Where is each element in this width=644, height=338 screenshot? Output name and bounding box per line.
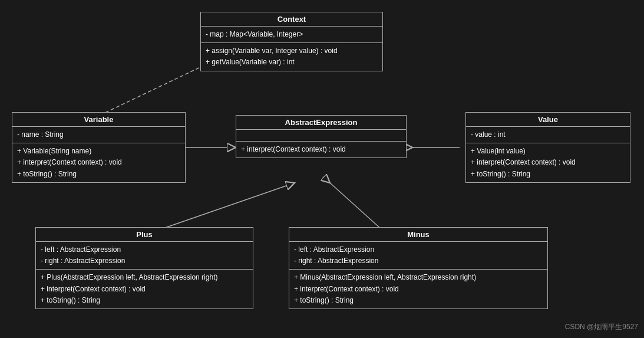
abstract-expression-empty xyxy=(236,130,406,142)
minus-fields: - left : AbstractExpression - right : Ab… xyxy=(289,242,547,270)
value-field-1: - value : int xyxy=(471,129,625,140)
value-method-3: + toString() : String xyxy=(471,169,625,180)
plus-methods: + Plus(AbstractExpression left, Abstract… xyxy=(36,270,253,309)
plus-header: Plus xyxy=(36,228,253,242)
abstract-expression-box: AbstractExpression + interpret(Context c… xyxy=(236,115,407,158)
context-method-2: + getValue(Variable var) : int xyxy=(206,57,378,68)
watermark: CSDN @烟雨平生9527 xyxy=(565,322,638,332)
variable-header: Variable xyxy=(12,113,185,127)
value-header: Value xyxy=(466,113,630,127)
plus-method-2: + interpret(Context context) : void xyxy=(41,284,248,295)
plus-method-1: + Plus(AbstractExpression left, Abstract… xyxy=(41,272,248,283)
diagram-container: Context - map : Map<Variable, Integer> +… xyxy=(0,0,644,338)
context-field-1: - map : Map<Variable, Integer> xyxy=(206,29,378,40)
minus-method-3: + toString() : String xyxy=(294,295,543,306)
abstract-expression-header: AbstractExpression xyxy=(236,116,406,130)
variable-method-2: + interpret(Context context) : void xyxy=(17,157,180,168)
minus-box: Minus - left : AbstractExpression - righ… xyxy=(289,227,548,309)
minus-method-1: + Minus(AbstractExpression left, Abstrac… xyxy=(294,272,543,283)
context-header: Context xyxy=(201,12,382,27)
variable-methods: + Variable(String name) + interpret(Cont… xyxy=(12,143,185,182)
value-method-2: + interpret(Context context) : void xyxy=(471,157,625,168)
context-box: Context - map : Map<Variable, Integer> +… xyxy=(200,12,383,71)
context-fields: - map : Map<Variable, Integer> xyxy=(201,27,382,43)
plus-field-1: - left : AbstractExpression xyxy=(41,244,248,255)
abstract-expression-method-1: + interpret(Context context) : void xyxy=(241,144,401,155)
minus-header: Minus xyxy=(289,228,547,242)
context-method-1: + assign(Variable var, Integer value) : … xyxy=(206,45,378,57)
minus-field-2: - right : AbstractExpression xyxy=(294,255,543,267)
value-methods: + Value(int value) + interpret(Context c… xyxy=(466,143,630,182)
variable-method-1: + Variable(String name) xyxy=(17,146,180,157)
variable-fields: - name : String xyxy=(12,127,185,143)
variable-box: Variable - name : String + Variable(Stri… xyxy=(12,112,186,183)
plus-field-2: - right : AbstractExpression xyxy=(41,255,248,267)
minus-method-2: + interpret(Context context) : void xyxy=(294,284,543,295)
plus-fields: - left : AbstractExpression - right : Ab… xyxy=(36,242,253,270)
value-box: Value - value : int + Value(int value) +… xyxy=(465,112,630,183)
variable-method-3: + toString() : String xyxy=(17,169,180,180)
minus-field-1: - left : AbstractExpression xyxy=(294,244,543,255)
plus-method-3: + toString() : String xyxy=(41,295,248,306)
value-method-1: + Value(int value) xyxy=(471,146,625,157)
plus-box: Plus - left : AbstractExpression - right… xyxy=(35,227,253,309)
minus-methods: + Minus(AbstractExpression left, Abstrac… xyxy=(289,270,547,309)
value-fields: - value : int xyxy=(466,127,630,143)
variable-field-1: - name : String xyxy=(17,129,180,140)
abstract-expression-methods: + interpret(Context context) : void xyxy=(236,142,406,157)
context-methods: + assign(Variable var, Integer value) : … xyxy=(201,43,382,70)
